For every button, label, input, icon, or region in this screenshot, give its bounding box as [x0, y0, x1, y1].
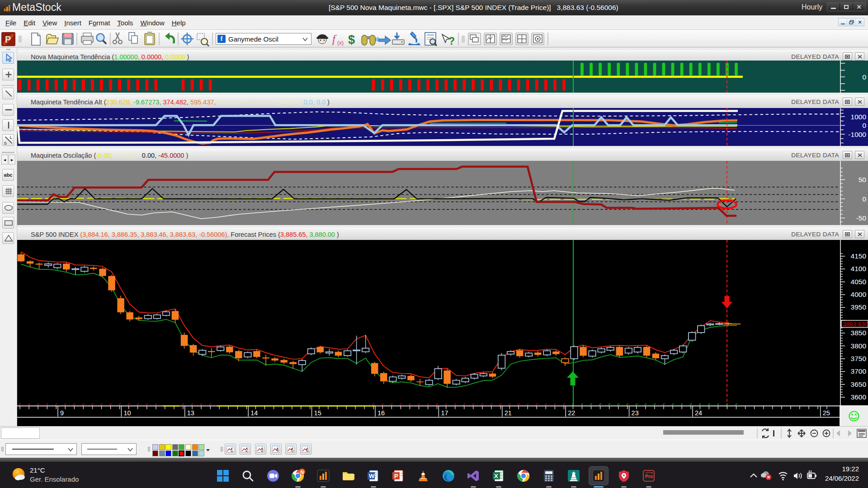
- svg-text:4150: 4150: [851, 252, 867, 260]
- svg-text:24: 24: [695, 409, 702, 417]
- svg-text:6: 6: [306, 448, 309, 453]
- svg-text:X: X: [494, 473, 498, 479]
- svg-text:3800: 3800: [851, 342, 867, 350]
- svg-text:9: 9: [60, 409, 64, 417]
- svg-text:P: P: [5, 34, 11, 44]
- svg-text:4: 4: [276, 448, 279, 453]
- svg-text:25: 25: [823, 409, 830, 417]
- svg-text:3750: 3750: [851, 355, 867, 362]
- svg-text:3950: 3950: [851, 303, 867, 311]
- svg-text:4000: 4000: [851, 291, 867, 298]
- svg-text:23: 23: [632, 409, 639, 417]
- svg-text:5: 5: [291, 448, 294, 453]
- svg-text:3: 3: [261, 448, 264, 453]
- svg-text:16: 16: [377, 409, 385, 417]
- svg-text:1000: 1000: [851, 113, 867, 121]
- svg-text:$: $: [348, 33, 355, 47]
- svg-text:4050: 4050: [851, 278, 867, 286]
- svg-text:14: 14: [250, 409, 258, 417]
- svg-text:22: 22: [568, 409, 575, 417]
- svg-text:P: P: [394, 473, 398, 479]
- svg-text:4100: 4100: [851, 265, 867, 272]
- svg-text:-1000: -1000: [848, 131, 866, 138]
- svg-text:50: 50: [859, 176, 867, 183]
- svg-text:?: ?: [448, 35, 455, 47]
- svg-text:0: 0: [862, 122, 866, 129]
- svg-text:3650: 3650: [851, 380, 867, 388]
- svg-text:15: 15: [314, 409, 321, 417]
- svg-text:Pro: Pro: [645, 474, 653, 479]
- svg-text:21: 21: [505, 409, 512, 417]
- svg-text:3850: 3850: [851, 329, 867, 337]
- svg-text:W: W: [369, 473, 375, 479]
- svg-text:10: 10: [123, 409, 131, 417]
- svg-text:N: N: [301, 469, 304, 475]
- svg-text:2: 2: [245, 448, 248, 453]
- svg-text:3600: 3600: [851, 393, 867, 401]
- svg-text:-50: -50: [856, 214, 867, 222]
- svg-text:0: 0: [862, 195, 866, 203]
- svg-text:(x): (x): [337, 40, 344, 46]
- svg-text:3700: 3700: [851, 367, 867, 375]
- svg-text:1: 1: [231, 448, 233, 453]
- svg-text:17: 17: [441, 409, 448, 417]
- svg-text:0: 0: [862, 73, 866, 81]
- svg-text:3883.630: 3883.630: [843, 321, 868, 328]
- svg-text:13: 13: [187, 409, 194, 417]
- svg-text:f: f: [332, 33, 337, 45]
